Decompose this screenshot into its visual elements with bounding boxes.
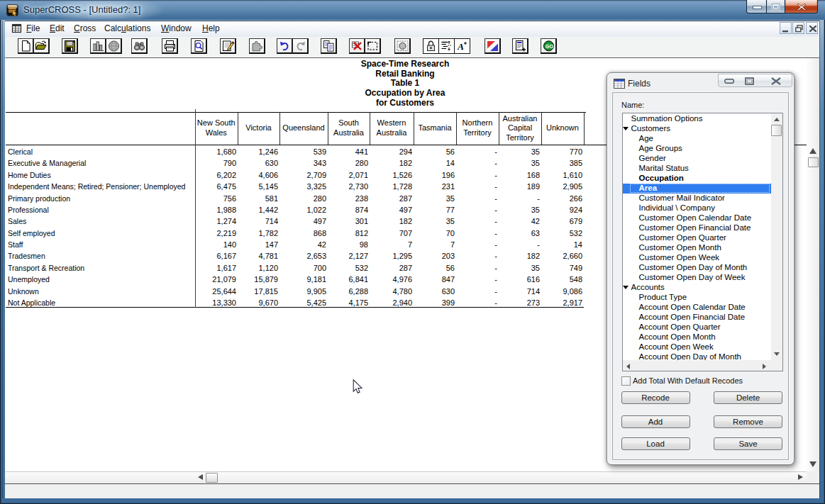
svg-text:A: A [457, 41, 464, 52]
svg-text:GO: GO [546, 43, 554, 50]
